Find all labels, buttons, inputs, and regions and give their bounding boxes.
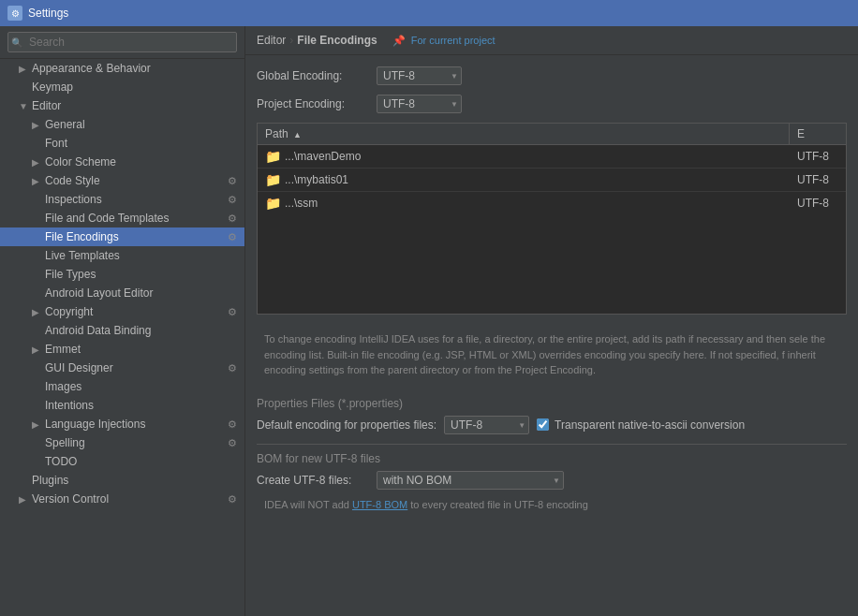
global-encoding-dropdown[interactable]: UTF-8 UTF-16 ISO-8859-1	[377, 66, 462, 85]
sidebar-item-label: File and Code Templates	[45, 212, 170, 225]
expand-icon: ▼	[19, 101, 30, 111]
global-encoding-row: Global Encoding: UTF-8 UTF-16 ISO-8859-1	[257, 66, 847, 85]
sidebar-item-label: TODO	[45, 455, 77, 468]
encodings-table: Path ▲ E 📁 ...\mavenDemo	[257, 123, 847, 315]
sidebar-item-label: Images	[45, 380, 81, 393]
sidebar-item-file-and-code-templates[interactable]: File and Code Templates ⚙	[0, 209, 244, 227]
project-encoding-row: Project Encoding: UTF-8 UTF-16 ISO-8859-…	[257, 95, 847, 113]
sidebar-item-label: Version Control	[32, 492, 109, 506]
sidebar-item-label: Android Data Binding	[45, 324, 151, 337]
bom-section-label: BOM for new UTF-8 files	[257, 452, 847, 465]
breadcrumb-current: File Encodings	[297, 34, 377, 47]
search-bar	[0, 26, 244, 59]
sidebar-item-label: Code Style	[45, 174, 100, 187]
breadcrumb-separator: ›	[289, 34, 293, 47]
path-cell: 📁 ...\ssm	[258, 192, 790, 214]
expand-icon: ▶	[32, 345, 43, 355]
sidebar-item-android-layout-editor[interactable]: Android Layout Editor	[0, 284, 244, 302]
sidebar-item-label: Intentions	[45, 399, 94, 412]
sidebar-item-code-style[interactable]: ▶ Code Style ⚙	[0, 171, 244, 190]
sidebar-item-label: Copyright	[45, 305, 93, 318]
transparent-checkbox-row: Transparent native-to-ascii conversion	[537, 418, 745, 432]
sidebar-item-label: GUI Designer	[45, 361, 113, 374]
sidebar-item-file-encodings[interactable]: File Encodings ⚙	[0, 227, 244, 246]
sidebar-item-editor[interactable]: ▼ Editor	[0, 96, 244, 115]
properties-encoding-row: Default encoding for properties files: U…	[257, 416, 847, 434]
section-divider	[257, 444, 847, 445]
create-utf8-label: Create UTF-8 files:	[257, 474, 369, 487]
properties-encoding-label: Default encoding for properties files:	[257, 418, 436, 432]
sidebar-item-label: Color Scheme	[45, 155, 116, 169]
project-encoding-dropdown[interactable]: UTF-8 UTF-16 ISO-8859-1	[377, 95, 462, 113]
table-row[interactable]: 📁 ...\mybatis01 UTF-8	[258, 169, 846, 192]
sidebar-item-label: Plugins	[32, 474, 68, 487]
path-column-header: Path ▲	[258, 124, 790, 144]
properties-section-label: Properties Files (*.properties)	[257, 397, 847, 410]
sidebar-item-todo[interactable]: TODO	[0, 452, 244, 471]
properties-encoding-dropdown[interactable]: UTF-8 UTF-16 ISO-8859-1	[444, 416, 529, 434]
sidebar-item-intentions[interactable]: Intentions	[0, 396, 244, 415]
expand-icon: ▶	[19, 494, 30, 505]
expand-icon: ▶	[32, 157, 43, 168]
search-input[interactable]	[7, 32, 237, 52]
transparent-checkbox[interactable]	[537, 418, 549, 431]
sidebar-item-keymap[interactable]: Keymap	[0, 78, 244, 96]
sidebar-item-live-templates[interactable]: Live Templates	[0, 246, 244, 265]
sidebar-item-images[interactable]: Images	[0, 377, 244, 396]
folder-icon: 📁	[265, 149, 281, 164]
sidebar-item-language-injections[interactable]: ▶ Language Injections ⚙	[0, 415, 244, 433]
expand-icon: ▶	[32, 307, 43, 317]
settings-icon: ⚙	[228, 194, 237, 206]
sidebar-item-label: Appearance & Behavior	[32, 62, 151, 75]
info-text: To change encoding IntelliJ IDEA uses fo…	[257, 324, 847, 386]
bom-dropdown[interactable]: with NO BOM with BOM with BOM (Mac OS) w…	[377, 471, 564, 490]
breadcrumb-project-link[interactable]: For current project	[411, 35, 496, 46]
encoding-cell: UTF-8	[790, 169, 846, 190]
settings-icon: ⚙	[228, 306, 237, 318]
sidebar-item-version-control[interactable]: ▶ Version Control ⚙	[0, 490, 244, 508]
sidebar-item-general[interactable]: ▶ General	[0, 115, 244, 134]
table-row[interactable]: 📁 ...\mavenDemo UTF-8	[258, 145, 846, 169]
settings-icon: ⚙	[228, 493, 237, 506]
sidebar-item-gui-designer[interactable]: GUI Designer ⚙	[0, 359, 244, 377]
settings-icon: ⚙	[228, 418, 237, 431]
global-encoding-label: Global Encoding:	[257, 69, 369, 82]
settings-icon: ⚙	[228, 437, 237, 449]
table-row[interactable]: 📁 ...\ssm UTF-8	[258, 192, 846, 214]
panel-body: Global Encoding: UTF-8 UTF-16 ISO-8859-1…	[245, 55, 858, 616]
app-icon: ⚙	[7, 6, 22, 21]
settings-icon: ⚙	[228, 213, 237, 225]
utf8-bom-link[interactable]: UTF-8 BOM	[352, 499, 407, 510]
path-cell: 📁 ...\mybatis01	[258, 169, 790, 191]
sidebar: ▶ Appearance & Behavior Keymap ▼ Editor …	[0, 26, 245, 616]
expand-icon: ▶	[32, 176, 43, 186]
sidebar-item-emmet[interactable]: ▶ Emmet	[0, 340, 244, 359]
sidebar-item-spelling[interactable]: Spelling ⚙	[0, 433, 244, 452]
encoding-cell: UTF-8	[790, 193, 846, 213]
sidebar-item-file-types[interactable]: File Types	[0, 265, 244, 284]
sidebar-item-label: Font	[45, 137, 67, 150]
title-bar: ⚙ Settings	[0, 0, 858, 26]
window-title: Settings	[28, 7, 68, 20]
transparent-label: Transparent native-to-ascii conversion	[555, 418, 745, 432]
table-body: 📁 ...\mavenDemo UTF-8 📁 ...\mybatis01	[258, 145, 846, 314]
sidebar-item-inspections[interactable]: Inspections ⚙	[0, 190, 244, 209]
sidebar-item-appearance[interactable]: ▶ Appearance & Behavior	[0, 59, 244, 78]
settings-icon: ⚙	[228, 362, 237, 374]
right-panel: Editor › File Encodings 📌 For current pr…	[245, 26, 858, 616]
path-cell: 📁 ...\mavenDemo	[258, 145, 790, 168]
sidebar-item-label: Android Layout Editor	[45, 286, 153, 300]
sidebar-item-label: Editor	[32, 99, 61, 112]
settings-window: ⚙ Settings ▶ Appearance & Behavior Keyma…	[0, 0, 858, 616]
encoding-column-header: E	[790, 124, 846, 144]
expand-icon: ▶	[19, 64, 30, 74]
breadcrumb-editor: Editor	[257, 34, 286, 47]
sidebar-item-label: File Encodings	[45, 230, 119, 243]
sidebar-item-plugins[interactable]: Plugins	[0, 471, 244, 490]
sidebar-item-copyright[interactable]: ▶ Copyright ⚙	[0, 302, 244, 321]
encoding-cell: UTF-8	[790, 146, 846, 167]
sidebar-item-android-data-binding[interactable]: Android Data Binding	[0, 321, 244, 340]
sidebar-item-font[interactable]: Font	[0, 134, 244, 153]
breadcrumb: Editor › File Encodings 📌 For current pr…	[245, 26, 858, 55]
sidebar-item-color-scheme[interactable]: ▶ Color Scheme	[0, 153, 244, 171]
